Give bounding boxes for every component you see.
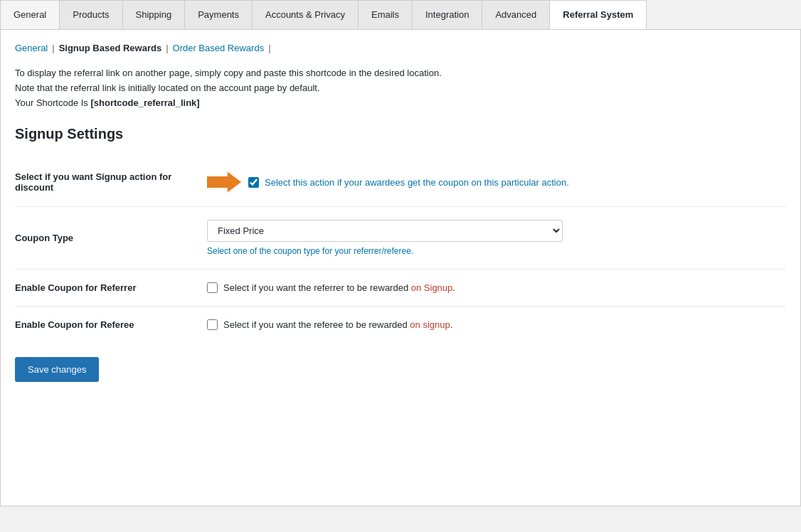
signup-action-checkbox-wrap: Select this action if your awardees get … — [248, 177, 569, 188]
enable-referee-control: Select if you want the referee to be rew… — [200, 307, 786, 344]
enable-referee-label: Enable Coupon for Referee — [15, 307, 200, 344]
tab-advanced[interactable]: Advanced — [482, 0, 550, 29]
subnav-sep-1: | — [52, 43, 54, 53]
enable-referrer-wrap: Select if you want the referrer to be re… — [207, 282, 779, 293]
tab-integration[interactable]: Integration — [412, 0, 482, 29]
settings-table: Select if you want Signup action for dis… — [15, 158, 786, 343]
enable-referrer-text: Select if you want the referrer to be re… — [223, 282, 455, 293]
shortcode-value: [shortcode_referral_link] — [90, 97, 199, 108]
coupon-type-select[interactable]: Fixed Price Percentage Discount Fixed Ca… — [207, 220, 563, 242]
info-line3: Your Shortcode Is [shortcode_referral_li… — [15, 96, 786, 111]
signup-settings-heading: Signup Settings — [15, 126, 786, 142]
info-line2: Note that the referral link is initially… — [15, 81, 786, 96]
subnav: General | Signup Based Rewards | Order B… — [15, 43, 786, 53]
signup-action-checkbox[interactable] — [248, 177, 259, 188]
coupon-type-helper: Select one of the coupon type for your r… — [207, 246, 779, 256]
orange-arrow-icon — [207, 171, 241, 193]
signup-action-checkbox-text: Select this action if your awardees get … — [265, 177, 569, 188]
enable-referrer-checkbox[interactable] — [207, 282, 218, 293]
coupon-type-label: Coupon Type — [15, 207, 200, 270]
tabs-bar: General Products Shipping Payments Accou… — [0, 0, 801, 30]
signup-action-label: Select if you want Signup action for dis… — [15, 158, 200, 207]
enable-referrer-row: Enable Coupon for Referrer Select if you… — [15, 270, 786, 307]
arrow-checkbox-wrap: Select this action if your awardees get … — [207, 171, 779, 193]
enable-referee-wrap: Select if you want the referee to be rew… — [207, 319, 779, 330]
coupon-type-control: Fixed Price Percentage Discount Fixed Ca… — [200, 207, 786, 270]
enable-referee-text: Select if you want the referee to be rew… — [223, 319, 452, 330]
tab-payments[interactable]: Payments — [184, 0, 253, 29]
tab-general[interactable]: General — [0, 0, 60, 29]
subnav-sep-2: | — [166, 43, 168, 53]
subnav-order-based-rewards[interactable]: Order Based Rewards — [173, 43, 265, 53]
enable-referee-row: Enable Coupon for Referee Select if you … — [15, 307, 786, 344]
tab-referral-system[interactable]: Referral System — [549, 0, 647, 29]
subnav-general[interactable]: General — [15, 43, 48, 53]
subnav-signup-based-rewards[interactable]: Signup Based Rewards — [59, 43, 161, 53]
info-line1: To display the referral link on another … — [15, 66, 786, 81]
tab-accounts-privacy[interactable]: Accounts & Privacy — [252, 0, 359, 29]
enable-referrer-label: Enable Coupon for Referrer — [15, 270, 200, 307]
enable-referee-checkbox[interactable] — [207, 319, 218, 330]
tab-emails[interactable]: Emails — [358, 0, 413, 29]
tab-shipping[interactable]: Shipping — [122, 0, 186, 29]
page-wrapper: General Products Shipping Payments Accou… — [0, 0, 801, 532]
tab-products[interactable]: Products — [59, 0, 122, 29]
subnav-sep-3: | — [268, 43, 270, 53]
signup-action-control: Select this action if your awardees get … — [200, 158, 786, 207]
enable-referrer-control: Select if you want the referrer to be re… — [200, 270, 786, 307]
save-changes-button[interactable]: Save changes — [15, 357, 99, 382]
svg-marker-0 — [207, 172, 241, 193]
coupon-type-row: Coupon Type Fixed Price Percentage Disco… — [15, 207, 786, 270]
info-block: To display the referral link on another … — [15, 66, 786, 110]
content-area: General | Signup Based Rewards | Order B… — [0, 30, 801, 506]
signup-action-row: Select if you want Signup action for dis… — [15, 158, 786, 207]
